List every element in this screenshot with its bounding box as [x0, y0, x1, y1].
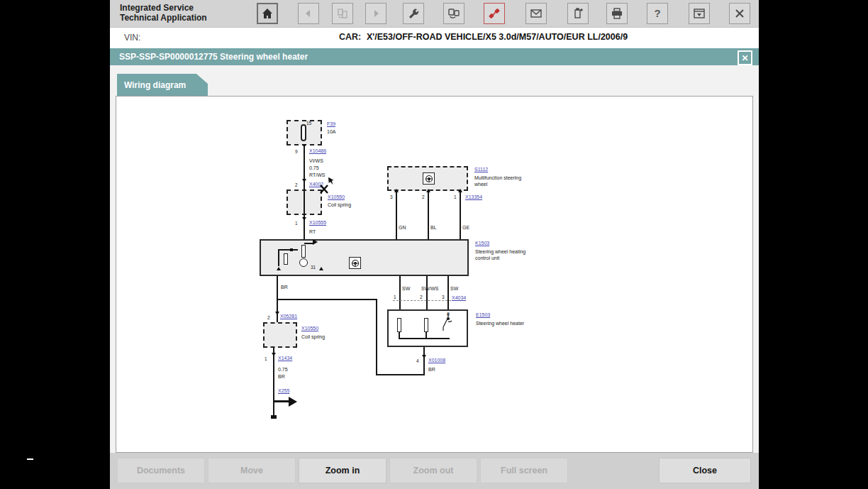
fuse-rating: 10A	[327, 128, 335, 135]
wire-cu-out-3	[447, 276, 449, 309]
msw-pin-2: 2	[422, 194, 425, 199]
wiring-diagram-panel: 15 F39 10A 9 X10486 VI/WS 0.75 RT/WS 2 X…	[116, 96, 753, 453]
connection-manager-button[interactable]	[443, 3, 464, 24]
document-close-button[interactable]: ✕	[738, 50, 752, 65]
documents-button[interactable]: Documents	[117, 458, 205, 483]
msw-pin-1: 1	[454, 194, 457, 199]
move-button[interactable]: Move	[208, 458, 296, 483]
operations-list-icon	[336, 7, 349, 20]
zoom-in-button[interactable]: Zoom in	[299, 458, 386, 483]
coil-bottom-out-link[interactable]: X1434	[278, 356, 292, 361]
wire-heater-return-h1	[376, 374, 425, 375]
vehicle-disconnect-button[interactable]	[484, 3, 505, 24]
ground-point-link[interactable]: X255	[278, 388, 289, 393]
cu-out-link[interactable]: X4034	[452, 295, 466, 300]
cu-out-wire-1: SW	[402, 285, 410, 292]
connector-chevron-icon	[302, 179, 306, 182]
ground-terminal-icon	[271, 415, 277, 419]
steering-wheel-icon	[423, 172, 435, 185]
cu-out-pin-3: 3	[442, 295, 445, 300]
coil-bottom-link[interactable]: X05281	[280, 314, 297, 319]
help-button[interactable]: ?	[647, 3, 668, 24]
vin-label: VIN:	[124, 33, 140, 43]
heater-temp-glyph: θ	[447, 311, 450, 317]
cu-name: Steering wheel heating control unit	[475, 248, 535, 261]
msw-conn-link[interactable]: X13354	[465, 194, 482, 199]
cu-out-wire-2: SW/WS	[421, 285, 439, 292]
workshop-button[interactable]	[403, 3, 424, 24]
coil-spring-lower-box	[263, 322, 297, 348]
cu-arrowhead-icon	[319, 267, 323, 270]
close-app-button[interactable]	[729, 3, 750, 24]
coil-bottom-comp-link[interactable]: X10550	[301, 326, 318, 331]
app-title-line1: Integrated Service	[120, 3, 207, 13]
msw-pin-3: 3	[390, 194, 393, 199]
tab-wiring-diagram[interactable]: Wiring diagram	[117, 74, 208, 96]
coil-top-link[interactable]: X10550	[328, 194, 345, 199]
wire-msw-1	[460, 191, 461, 239]
wire-coil-to-ground	[273, 348, 274, 417]
coil-bottom-pin: 2	[267, 315, 270, 320]
connector-chevron-icon	[272, 353, 276, 356]
cu-junction-dot	[290, 248, 293, 251]
printer-icon	[610, 6, 624, 21]
connector-chevron-icon	[394, 189, 399, 192]
close-icon	[733, 6, 747, 21]
zoom-out-button[interactable]: Zoom out	[389, 458, 477, 483]
connector-chevron-icon	[302, 217, 306, 221]
wire-heater-return-h2	[277, 299, 377, 300]
heater-conn-link[interactable]: X01008	[428, 358, 445, 363]
connector-chevron-icon	[275, 312, 279, 315]
cu-out-wire-3: SW	[450, 285, 458, 292]
car-value: X'/E53/OFF-ROAD VEHICLE/X5 3.0d/M57/AUTO…	[367, 32, 628, 42]
conn1-link[interactable]: X10486	[309, 148, 326, 153]
fuse-link[interactable]: F39	[327, 121, 335, 126]
minimize-window-button[interactable]	[689, 3, 710, 24]
cu-internal-wire	[278, 249, 298, 251]
car-label: CAR:	[339, 32, 361, 42]
forward-button[interactable]	[365, 3, 386, 24]
heater-element-icon	[424, 318, 428, 332]
close-button[interactable]: Close	[659, 458, 751, 483]
print-button[interactable]	[606, 3, 628, 24]
coil-spec-line1: 0.75	[278, 366, 288, 373]
coil-bottom-out-pin: 1	[265, 356, 267, 361]
connector-dash-line	[393, 300, 458, 301]
wrench-icon	[406, 6, 421, 21]
cu-arrow-icon	[313, 239, 318, 245]
wire-msw-2	[428, 191, 429, 239]
wire-fuse-to-cu	[304, 145, 305, 239]
steering-wheel-icon	[349, 257, 361, 269]
document-title-bar: SSP-SSP-SP0000012775 Steering wheel heat…	[110, 48, 759, 65]
cu-link[interactable]: K1503	[475, 241, 489, 246]
coil-top-name: Coil spring	[328, 202, 351, 208]
full-screen-button[interactable]: Full screen	[480, 458, 568, 483]
msw-name: Multifunction steering wheel	[474, 175, 534, 187]
document-title: SSP-SSP-SP0000012775 Steering wheel heat…	[119, 52, 308, 62]
wire-msw-3	[396, 191, 397, 239]
footer-button-bar: Documents Move Zoom in Zoom out Full scr…	[110, 453, 759, 489]
heater-link[interactable]: E1503	[476, 312, 490, 317]
toolbar: Integrated Service Technical Application	[110, 0, 759, 28]
conn2-pin: 2	[295, 182, 298, 187]
heater-name: Steering wheel heater	[476, 320, 524, 326]
battery-status-button[interactable]	[567, 3, 589, 24]
help-icon: ?	[650, 6, 664, 21]
home-icon	[260, 6, 274, 21]
wire-color-gn: GN	[399, 224, 406, 231]
back-button[interactable]	[298, 3, 319, 24]
conn3-link[interactable]: X10555	[309, 220, 326, 225]
wire-cu-out-2	[426, 276, 428, 309]
msw-link[interactable]: S1112	[474, 167, 488, 172]
wire-cu-out-1	[399, 276, 401, 309]
cu-pin-31: 31	[311, 265, 316, 270]
conn3-wire-color: RT	[309, 229, 316, 235]
messages-button[interactable]	[525, 3, 547, 24]
home-button[interactable]	[257, 3, 278, 24]
operations-list-button[interactable]	[332, 3, 353, 24]
wire-color-bl: BL	[430, 224, 437, 231]
minimize-window-icon	[692, 6, 706, 21]
ground-arrow-icon	[289, 397, 297, 407]
envelope-icon	[529, 6, 543, 21]
forward-icon	[369, 7, 382, 20]
